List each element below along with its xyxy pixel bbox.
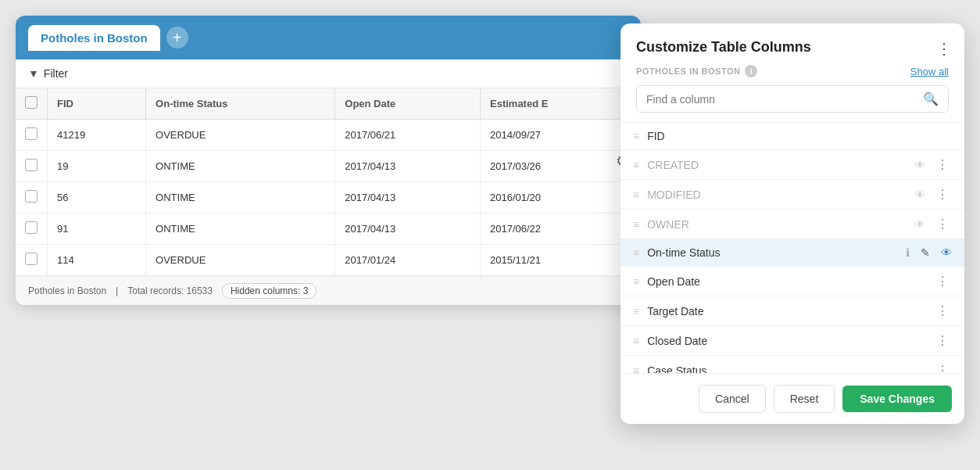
row-estimated: 2016/01/20	[480, 182, 640, 213]
drag-handle-icon[interactable]: ≡	[633, 188, 639, 201]
col-header-status: On-time Status	[146, 88, 335, 120]
column-name-label: Closed Date	[647, 335, 925, 347]
column-edit-icon[interactable]: ✎	[921, 246, 930, 259]
column-name-label: Target Date	[647, 305, 925, 318]
row-checkbox-cell[interactable]	[16, 120, 48, 151]
row-estimated: 2017/06/22	[480, 213, 640, 245]
active-tab[interactable]: Potholes in Boston	[28, 25, 160, 51]
customize-title: Customize Table Columns	[636, 39, 949, 56]
more-options-icon[interactable]: ⋮	[936, 39, 952, 58]
add-tab-button[interactable]: +	[166, 27, 188, 48]
drag-handle-icon[interactable]: ≡	[633, 246, 639, 259]
row-open-date: 2017/06/21	[335, 120, 481, 151]
drag-handle-icon[interactable]: ≡	[633, 364, 639, 374]
col-header-checkbox[interactable]	[16, 88, 48, 120]
table-row: 56 ONTIME 2017/04/13 2016/01/20	[16, 182, 641, 213]
table-row: 91 ONTIME 2017/04/13 2017/06/22	[16, 213, 641, 245]
filter-icon: ▼	[28, 67, 39, 80]
column-item[interactable]: ≡ On-time Status ℹ ✎ 👁	[621, 239, 964, 267]
table-row: 19 ONTIME 2017/04/13 2017/03/26	[16, 151, 641, 182]
show-all-link[interactable]: Show all	[910, 66, 949, 77]
column-more-icon[interactable]: ⋮	[933, 333, 952, 348]
column-item[interactable]: ≡ Case Status ⋮	[621, 356, 964, 373]
column-more-icon[interactable]: ⋮	[933, 363, 952, 373]
row-fid: 56	[48, 182, 146, 213]
column-item[interactable]: ≡ Target Date ⋮	[621, 296, 964, 326]
column-item[interactable]: ≡ OWNER 👁 ⋮	[621, 210, 964, 239]
column-list: ≡ FID ≡ CREATED 👁 ⋮ ≡ MODIFIED 👁 ⋮ ≡ OWN…	[621, 123, 964, 373]
row-checkbox-cell[interactable]	[16, 182, 48, 213]
row-open-date: 2017/04/13	[335, 151, 481, 182]
column-more-icon[interactable]: ⋮	[933, 187, 952, 202]
column-name-label: MODIFIED	[647, 188, 903, 201]
row-checkbox[interactable]	[25, 253, 38, 265]
column-name-label: On-time Status	[647, 246, 895, 259]
header-checkbox[interactable]	[25, 96, 38, 109]
drag-handle-icon[interactable]: ≡	[633, 130, 639, 142]
column-info-icon[interactable]: ℹ	[906, 246, 910, 259]
row-status: OVERDUE	[146, 245, 335, 276]
filter-label: Filter	[44, 67, 68, 80]
status-bar: Potholes in Boston | Total records: 1653…	[16, 276, 641, 305]
column-item[interactable]: ≡ FID	[621, 123, 964, 150]
column-visibility-hidden-icon[interactable]: 👁	[914, 188, 925, 201]
row-checkbox-cell[interactable]	[16, 151, 48, 182]
col-header-open-date: Open Date	[335, 88, 481, 120]
row-checkbox[interactable]	[25, 221, 38, 234]
search-row: 🔍	[636, 85, 949, 113]
customize-header: Customize Table Columns ⋮ POTHOLES IN BO…	[621, 23, 964, 123]
column-more-icon[interactable]: ⋮	[933, 217, 952, 231]
row-fid: 41219	[48, 120, 146, 151]
row-checkbox-cell[interactable]	[16, 245, 48, 276]
row-open-date: 2017/04/13	[335, 213, 481, 245]
row-open-date: 2017/01/24	[335, 245, 481, 276]
row-fid: 114	[48, 245, 146, 276]
hidden-columns-badge[interactable]: Hidden columns: 3	[222, 283, 317, 299]
drag-handle-icon[interactable]: ≡	[633, 159, 639, 171]
column-item[interactable]: ≡ Open Date ⋮	[621, 267, 964, 296]
column-more-icon[interactable]: ⋮	[933, 157, 952, 172]
column-name-label: FID	[647, 130, 952, 142]
toolbar: ▼ Filter	[16, 59, 641, 88]
row-estimated: 2015/11/21	[480, 245, 640, 276]
main-panel: Potholes in Boston + ▼ Filter FID On-tim…	[16, 16, 641, 305]
dataset-label: Potholes in Boston	[28, 285, 106, 296]
row-fid: 19	[48, 151, 146, 182]
column-name-label: Open Date	[647, 275, 925, 288]
column-item[interactable]: ≡ MODIFIED 👁 ⋮	[621, 180, 964, 210]
cancel-button[interactable]: Cancel	[699, 385, 766, 413]
save-changes-button[interactable]: Save Changes	[842, 386, 952, 412]
data-table: FID On-time Status Open Date Estimated E…	[16, 88, 641, 276]
row-checkbox[interactable]	[25, 190, 38, 203]
column-visibility-icon[interactable]: 👁	[941, 246, 952, 259]
row-open-date: 2017/04/13	[335, 182, 481, 213]
total-records: Total records: 16533	[127, 285, 213, 296]
column-item[interactable]: ≡ Closed Date ⋮	[621, 326, 964, 356]
column-item[interactable]: ≡ CREATED 👁 ⋮	[621, 150, 964, 180]
column-visibility-hidden-icon[interactable]: 👁	[914, 218, 925, 231]
row-estimated: 2014/09/27	[480, 120, 640, 151]
column-more-icon[interactable]: ⋮	[933, 274, 952, 289]
row-status: OVERDUE	[146, 120, 335, 151]
tab-bar: Potholes in Boston +	[16, 16, 641, 59]
column-more-icon[interactable]: ⋮	[933, 303, 952, 318]
customize-footer: Cancel Reset Save Changes	[621, 373, 964, 424]
row-checkbox[interactable]	[25, 159, 38, 171]
drag-handle-icon[interactable]: ≡	[633, 305, 639, 318]
column-visibility-hidden-icon[interactable]: 👁	[914, 159, 925, 171]
column-name-label: CREATED	[647, 159, 903, 171]
reset-button[interactable]: Reset	[774, 385, 835, 413]
column-search-input[interactable]	[646, 93, 917, 106]
row-fid: 91	[48, 213, 146, 245]
row-status: ONTIME	[146, 151, 335, 182]
row-checkbox[interactable]	[25, 127, 38, 140]
info-icon[interactable]: i	[745, 65, 757, 77]
drag-handle-icon[interactable]: ≡	[633, 218, 639, 231]
column-name-label: Case Status	[647, 364, 925, 374]
row-status: ONTIME	[146, 213, 335, 245]
drag-handle-icon[interactable]: ≡	[633, 275, 639, 288]
drag-handle-icon[interactable]: ≡	[633, 335, 639, 347]
dataset-name-label: POTHOLES IN BOSTON i	[636, 65, 757, 77]
column-name-label: OWNER	[647, 218, 903, 231]
row-checkbox-cell[interactable]	[16, 213, 48, 245]
